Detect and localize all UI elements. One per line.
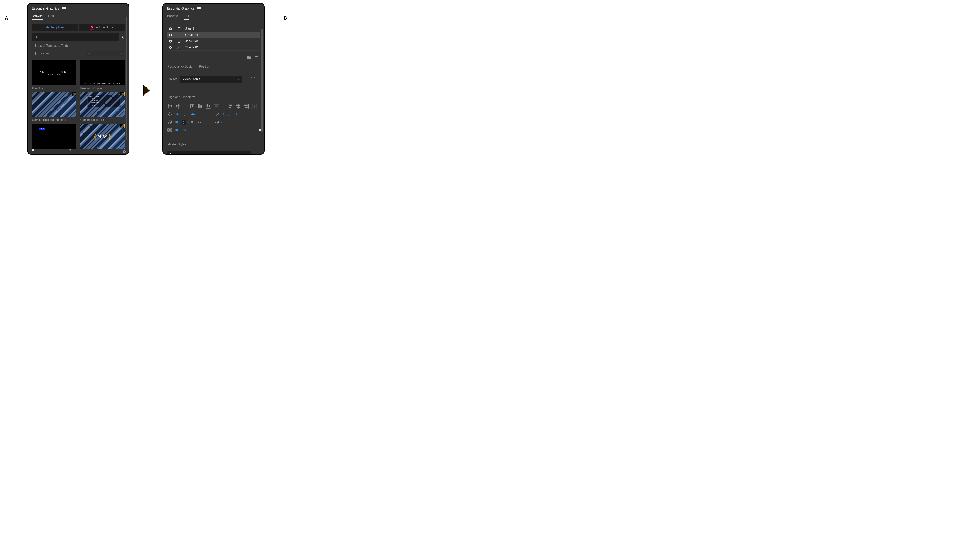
panel-title: Essential Graphics [32, 7, 59, 10]
mogrt-badge-icon: T [72, 92, 77, 96]
source-adobe-stock[interactable]: St Adobe Stock [79, 24, 125, 31]
text-layer-icon: T [176, 39, 182, 44]
layer-name: Jane Doe [185, 40, 199, 43]
checkbox-libraries[interactable] [32, 52, 36, 55]
adobe-stock-icon: St [90, 25, 94, 30]
template-name: Gaming Bullet List [80, 118, 125, 122]
panel-menu-icon[interactable] [62, 7, 66, 10]
layer-row[interactable]: Shape 01 [167, 44, 260, 51]
master-style-dropdown[interactable]: None [167, 151, 251, 155]
text-layer-icon: T [176, 26, 182, 31]
push-style-down-icon[interactable]: ↓ [253, 152, 255, 155]
opacity-value[interactable]: 100.0 % [174, 128, 186, 132]
svg-rect-21 [229, 107, 231, 108]
align-left-icon[interactable] [167, 104, 173, 108]
callout-a-label: A [5, 15, 8, 21]
opacity-slider[interactable] [188, 130, 260, 130]
scale-unit: % [198, 121, 201, 124]
visibility-toggle-icon[interactable] [168, 40, 173, 43]
layer-name: Shape 01 [185, 46, 199, 49]
svg-rect-9 [192, 105, 193, 107]
link-scale-toggle[interactable] [182, 120, 186, 125]
anchor-y[interactable]: 0.0 [234, 112, 238, 116]
template-item[interactable]: T LIVE [32, 124, 77, 149]
chevron-down-icon [70, 150, 72, 151]
layer-row[interactable]: T Step 1 [167, 26, 260, 32]
slider-handle-icon [258, 129, 261, 131]
pin-edges-widget[interactable] [246, 73, 260, 85]
visibility-toggle-icon[interactable] [168, 34, 173, 37]
position-x[interactable]: 939.0 [174, 112, 182, 116]
source-my-templates[interactable]: My Templates [32, 24, 78, 31]
sort-button[interactable] [65, 149, 72, 151]
panel-title: Essential Graphics [167, 7, 195, 10]
new-item-button[interactable] [120, 148, 125, 152]
align-top-icon[interactable] [189, 104, 195, 108]
layer-name: Step 1 [185, 27, 194, 30]
tab-edit[interactable]: Edit [48, 14, 54, 20]
template-item[interactable]: T MATCH TIMES MATCH ONE MATCH TWO MATCH … [80, 92, 125, 122]
template-item[interactable]: CAPTIONS AND SUBTITLES FOR ONLINE USE Fi… [80, 60, 125, 90]
sort-icon [65, 149, 68, 151]
essential-graphics-panel-edit: Essential Graphics Browse Edit T Step 1 … [163, 3, 265, 155]
pull-style-up-icon[interactable]: ↑ [258, 152, 260, 155]
svg-rect-13 [206, 108, 210, 108]
tab-browse[interactable]: Browse [167, 14, 178, 20]
thumbnail-size-slider[interactable] [32, 149, 57, 151]
mogrt-badge-icon: T [120, 92, 125, 96]
scrollbar[interactable] [261, 17, 263, 140]
layer-row[interactable]: T Credit roll [167, 32, 260, 38]
search-input[interactable] [32, 33, 119, 41]
visibility-toggle-icon[interactable] [168, 27, 173, 30]
svg-rect-12 [200, 105, 202, 108]
svg-rect-5 [178, 104, 179, 108]
align-bottom-icon[interactable] [205, 104, 211, 108]
checkbox-local-templates[interactable] [32, 44, 36, 47]
new-layer-icon[interactable] [254, 56, 258, 59]
template-item[interactable]: T Gaming Background Loop [32, 92, 77, 122]
scale-icon [167, 120, 172, 125]
section-responsive-design: Responsive Design — Position [167, 65, 260, 71]
layer-list: T Step 1 T Credit roll T Jane Doe Shape … [167, 26, 260, 51]
svg-rect-15 [208, 105, 210, 107]
align-center-h-icon[interactable] [175, 104, 181, 108]
distribute-v-icon[interactable] [214, 104, 219, 108]
position-y[interactable]: 644.5 [190, 112, 198, 116]
template-thumbnail: YOUR TITLE HEREEPISODE NAME [32, 60, 77, 85]
align-middle-v-icon[interactable] [197, 104, 203, 108]
search-icon [35, 36, 38, 39]
svg-rect-11 [198, 105, 200, 108]
template-thumbnail: T [32, 92, 77, 117]
rotation-value[interactable]: 0 [222, 121, 223, 124]
align-buttons-row [167, 104, 260, 108]
svg-line-1 [37, 38, 37, 38]
svg-rect-4 [169, 105, 172, 107]
svg-rect-27 [245, 107, 248, 108]
layer-row[interactable]: T Jane Doe [167, 38, 260, 44]
libraries-dropdown[interactable]: All [86, 51, 125, 57]
mogrt-badge-icon: T [72, 124, 77, 128]
position-icon [167, 112, 172, 117]
panel-menu-icon[interactable] [197, 7, 201, 10]
label-libraries: Libraries [38, 52, 50, 55]
template-thumbnail: T { LEAGUEPLAY } [80, 124, 125, 149]
distribute-h-icon[interactable] [252, 104, 257, 108]
align-center-edge-icon[interactable] [235, 104, 241, 108]
svg-rect-18 [215, 106, 218, 107]
anchor-x[interactable]: 0.0 [222, 112, 226, 116]
template-item[interactable]: YOUR TITLE HEREEPISODE NAME Film Title [32, 60, 77, 90]
pin-to-label: Pin To: [167, 77, 177, 81]
svg-rect-17 [214, 108, 218, 108]
tab-edit[interactable]: Edit [183, 14, 189, 20]
tab-browse[interactable]: Browse [32, 14, 43, 20]
scale-width[interactable]: 100 [174, 121, 180, 124]
pin-to-dropdown[interactable]: Video Frame [180, 76, 242, 83]
visibility-toggle-icon[interactable] [168, 46, 173, 49]
align-left-edge-icon[interactable] [227, 104, 233, 108]
scrollbar[interactable] [126, 17, 128, 140]
favorites-filter-icon[interactable]: ★ [121, 35, 125, 40]
align-right-edge-icon[interactable] [244, 104, 249, 108]
new-group-icon[interactable] [247, 56, 251, 59]
template-thumbnail: T MATCH TIMES MATCH ONE MATCH TWO MATCH … [80, 92, 125, 117]
template-item[interactable]: T { LEAGUEPLAY } [80, 124, 125, 149]
